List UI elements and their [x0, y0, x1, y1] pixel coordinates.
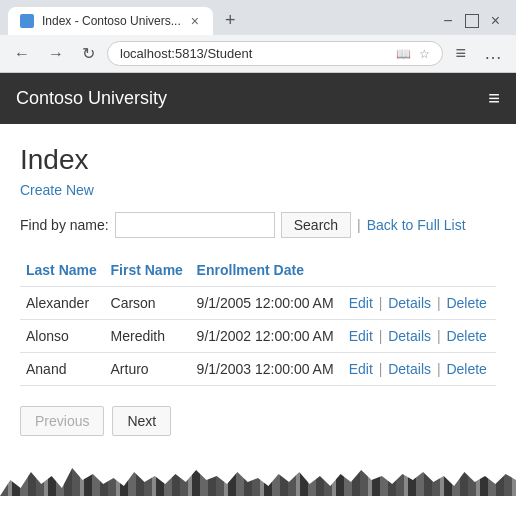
browser-controls: ← → ↻ localhost:5813/Student 📖 ☆ ≡ … [0, 35, 516, 72]
cell-last-name: Anand [20, 353, 105, 386]
action-sep-2: | [437, 328, 445, 344]
cell-last-name: Alonso [20, 320, 105, 353]
previous-button[interactable]: Previous [20, 406, 104, 436]
create-new-link[interactable]: Create New [20, 182, 94, 198]
browser-chrome: Index - Contoso Univers... × + − × ← → ↻… [0, 0, 516, 73]
back-to-full-list-link[interactable]: Back to Full List [367, 217, 466, 233]
cell-first-name: Arturo [105, 353, 191, 386]
details-link[interactable]: Details [388, 295, 431, 311]
action-sep-1: | [379, 361, 387, 377]
students-table: Last Name First Name Enrollment Date Ale… [20, 254, 496, 386]
new-tab-btn[interactable]: + [217, 6, 244, 35]
star-icon: ☆ [419, 47, 430, 61]
next-button[interactable]: Next [112, 406, 171, 436]
action-sep-2: | [437, 295, 445, 311]
minimize-btn[interactable]: − [443, 12, 452, 30]
back-btn[interactable]: ← [8, 43, 36, 65]
col-actions [343, 254, 496, 287]
menu-icon[interactable]: ≡ [449, 41, 472, 66]
table-row: Alonso Meredith 9/1/2002 12:00:00 AM Edi… [20, 320, 496, 353]
table-row: Anand Arturo 9/1/2003 12:00:00 AM Edit |… [20, 353, 496, 386]
close-btn[interactable]: × [491, 12, 500, 30]
address-bar[interactable]: localhost:5813/Student 📖 ☆ [107, 41, 443, 66]
tab-favicon [20, 14, 34, 28]
details-link[interactable]: Details [388, 361, 431, 377]
address-text: localhost:5813/Student [120, 46, 388, 61]
search-input[interactable] [115, 212, 275, 238]
tab-bar: Index - Contoso Univers... × + − × [0, 0, 516, 35]
delete-link[interactable]: Delete [446, 295, 486, 311]
cell-enrollment-date: 9/1/2002 12:00:00 AM [191, 320, 343, 353]
tab-title: Index - Contoso Univers... [42, 14, 181, 28]
search-row: Find by name: Search | Back to Full List [20, 212, 496, 238]
cell-actions: Edit | Details | Delete [343, 320, 496, 353]
cell-actions: Edit | Details | Delete [343, 287, 496, 320]
hamburger-menu[interactable]: ≡ [488, 87, 500, 110]
forward-btn[interactable]: → [42, 43, 70, 65]
col-first-name[interactable]: First Name [105, 254, 191, 287]
action-sep-1: | [379, 328, 387, 344]
separator: | [357, 217, 361, 233]
edit-link[interactable]: Edit [349, 295, 373, 311]
action-sep-2: | [437, 361, 445, 377]
action-sep-1: | [379, 295, 387, 311]
cell-first-name: Carson [105, 287, 191, 320]
col-last-name[interactable]: Last Name [20, 254, 105, 287]
more-icon[interactable]: … [478, 41, 508, 66]
app-header: Contoso University ≡ [0, 73, 516, 124]
app-title: Contoso University [16, 88, 167, 109]
tab-close-btn[interactable]: × [189, 13, 201, 29]
pagination: Previous Next [20, 406, 496, 436]
cell-enrollment-date: 9/1/2005 12:00:00 AM [191, 287, 343, 320]
cell-last-name: Alexander [20, 287, 105, 320]
restore-btn[interactable] [465, 14, 479, 28]
edit-link[interactable]: Edit [349, 328, 373, 344]
search-button[interactable]: Search [281, 212, 351, 238]
delete-link[interactable]: Delete [446, 361, 486, 377]
page-content: Index Create New Find by name: Search | … [0, 124, 516, 456]
page-heading: Index [20, 144, 496, 176]
bottom-decoration [0, 456, 516, 496]
table-row: Alexander Carson 9/1/2005 12:00:00 AM Ed… [20, 287, 496, 320]
cell-first-name: Meredith [105, 320, 191, 353]
reader-icon: 📖 [396, 47, 411, 61]
browser-tab[interactable]: Index - Contoso Univers... × [8, 7, 213, 35]
find-by-label: Find by name: [20, 217, 109, 233]
refresh-btn[interactable]: ↻ [76, 42, 101, 65]
cell-actions: Edit | Details | Delete [343, 353, 496, 386]
details-link[interactable]: Details [388, 328, 431, 344]
edit-link[interactable]: Edit [349, 361, 373, 377]
table-header-row: Last Name First Name Enrollment Date [20, 254, 496, 287]
col-enrollment-date[interactable]: Enrollment Date [191, 254, 343, 287]
cell-enrollment-date: 9/1/2003 12:00:00 AM [191, 353, 343, 386]
delete-link[interactable]: Delete [446, 328, 486, 344]
